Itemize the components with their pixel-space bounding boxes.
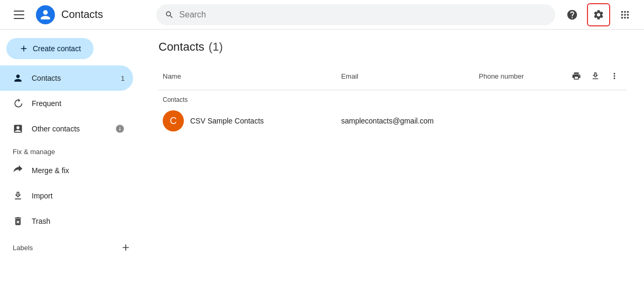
sidebar-item-trash[interactable]: Trash — [0, 208, 133, 234]
content-title: Contacts (1) — [158, 40, 627, 54]
fix-manage-label: Fix & manage — [0, 141, 142, 158]
avatar: C — [163, 110, 184, 131]
sidebar-other-contacts-label: Other contacts — [32, 125, 107, 133]
sidebar-item-import[interactable]: Import — [0, 183, 133, 208]
sidebar-contacts-badge: 1 — [121, 74, 125, 82]
sidebar-item-contacts[interactable]: Contacts 1 — [0, 65, 133, 91]
export-button[interactable] — [587, 68, 604, 84]
sidebar-merge-fix-label: Merge & fix — [32, 166, 125, 175]
topbar-right — [562, 3, 636, 26]
table-body: Contacts C CSV Sample Contacts samplecon — [158, 90, 627, 136]
other-contacts-info-icon — [115, 124, 125, 134]
help-button[interactable] — [562, 4, 583, 25]
trash-icon — [13, 216, 23, 226]
settings-button[interactable] — [587, 3, 610, 26]
more-button[interactable] — [606, 68, 623, 84]
other-contacts-icon — [13, 124, 23, 134]
app-title: Contacts — [61, 8, 103, 21]
merge-fix-icon — [13, 165, 23, 176]
search-input[interactable] — [179, 10, 547, 20]
contact-phone-cell — [474, 106, 564, 136]
contacts-table: Name Email Phone number — [158, 62, 627, 136]
contacts-icon — [13, 73, 23, 83]
menu-icon[interactable] — [8, 4, 30, 25]
print-button[interactable] — [568, 68, 585, 84]
group-label: Contacts — [163, 96, 188, 103]
content-area: Contacts (1) Name Email Phone number — [142, 30, 644, 285]
labels-header: Labels — [0, 234, 142, 257]
table-header: Name Email Phone number — [158, 62, 627, 90]
sidebar-item-merge-fix[interactable]: Merge & fix — [0, 158, 133, 183]
contact-email-cell: samplecontacts@gmail.com — [337, 106, 475, 136]
contact-email: samplecontacts@gmail.com — [341, 117, 434, 125]
sidebar-item-other-contacts[interactable]: Other contacts — [0, 116, 133, 141]
sidebar-contacts-label: Contacts — [32, 74, 113, 82]
contact-actions-cell — [564, 106, 627, 136]
frequent-icon — [13, 98, 23, 109]
create-contact-button[interactable]: Create contact — [6, 38, 94, 59]
col-header-actions — [564, 62, 627, 90]
sidebar-frequent-label: Frequent — [32, 99, 125, 108]
search-bar[interactable] — [156, 4, 555, 25]
sidebar-import-label: Import — [32, 192, 125, 200]
col-header-phone: Phone number — [474, 62, 564, 90]
contact-name-cell: C CSV Sample Contacts — [158, 106, 337, 136]
app-logo — [36, 5, 55, 24]
add-label-button[interactable] — [118, 240, 133, 255]
sidebar-item-frequent[interactable]: Frequent — [0, 91, 133, 116]
contact-name: CSV Sample Contacts — [190, 117, 264, 125]
create-contact-label: Create contact — [33, 44, 81, 53]
plus-icon — [19, 44, 29, 53]
col-header-email: Email — [337, 62, 475, 90]
import-icon — [13, 191, 23, 201]
labels-title: Labels — [13, 244, 118, 252]
topbar-left: Contacts — [8, 4, 150, 25]
table-row[interactable]: C CSV Sample Contacts samplecontacts@gma… — [158, 106, 627, 136]
search-icon — [165, 10, 174, 20]
contact-count: (1) — [209, 40, 223, 54]
main-layout: Create contact Contacts 1 Frequent — [0, 30, 644, 285]
topbar: Contacts — [0, 0, 644, 30]
sidebar: Create contact Contacts 1 Frequent — [0, 30, 142, 285]
sidebar-trash-label: Trash — [32, 217, 125, 225]
col-header-name: Name — [158, 62, 337, 90]
apps-button[interactable] — [614, 4, 636, 25]
